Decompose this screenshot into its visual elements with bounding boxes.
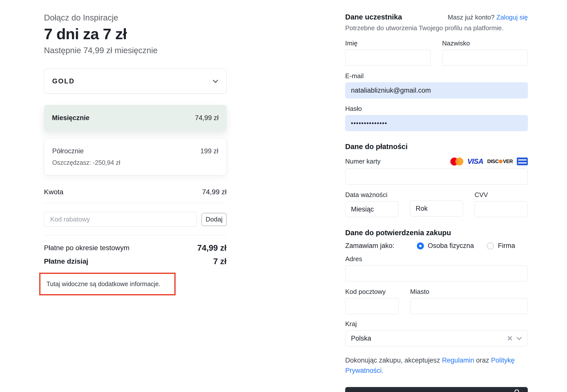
radio-option-label: Firma <box>498 242 515 250</box>
first-name-field: Imię <box>345 39 431 66</box>
amount-value: 74,99 zł <box>202 188 227 196</box>
password-field: Hasło <box>345 105 528 131</box>
plan-tier-select[interactable]: GOLD <box>44 69 227 94</box>
country-select[interactable]: Polska <box>345 330 528 346</box>
plan-option-halfyear[interactable]: Półrocznie 199 zł Oszczędzasz: -250,94 z… <box>44 138 227 175</box>
first-name-label: Imię <box>345 39 431 47</box>
participant-title: Dane uczestnika <box>345 13 402 21</box>
order-as-options: Osoba fizyczna Firma <box>417 242 515 250</box>
last-name-field: Nazwisko <box>442 39 528 66</box>
label-spacer <box>410 191 463 198</box>
confirmation-title: Dane do potwierdzenia zakupu <box>345 229 528 237</box>
card-number-label: Numer karty <box>345 158 381 165</box>
email-label: E-mail <box>345 72 528 80</box>
total-after-trial-label: Płatne po okresie testowym <box>44 244 129 252</box>
city-label: Miasto <box>410 288 528 296</box>
mastercard-icon <box>450 158 463 166</box>
password-label: Hasło <box>345 105 528 113</box>
cvv-label: CVV <box>475 191 528 199</box>
trial-headline: 7 dni za 7 zł <box>44 25 227 43</box>
subscribe-label: Subskrybuj <box>417 391 456 392</box>
terms-text: Dokonując zakupu, akceptujesz Regulamin … <box>345 355 520 376</box>
cvv-input[interactable] <box>475 201 528 217</box>
email-field: E-mail <box>345 72 528 98</box>
radio-option-person[interactable]: Osoba fizyczna <box>417 242 474 250</box>
zip-label: Kod pocztowy <box>345 288 399 296</box>
amount-row: Kwota 74,99 zł <box>44 188 227 196</box>
city-field: Miasto <box>410 288 528 314</box>
chevron-down-icon <box>213 77 218 83</box>
last-name-label: Nazwisko <box>442 39 528 47</box>
renewal-subheadline: Następnie 74,99 zł miesięcznie <box>44 46 227 55</box>
password-input[interactable] <box>345 115 528 131</box>
city-input[interactable] <box>410 298 528 314</box>
checkout-form-panel: Dane uczestnika Masz już konto? Zaloguj … <box>345 0 528 392</box>
divider <box>44 235 227 235</box>
order-as-label: Zamawiam jako: <box>345 242 394 250</box>
expiry-year-field: Rok <box>410 191 463 217</box>
plan-savings: Oszczędzasz: -250,94 zł <box>52 159 218 166</box>
plan-option-monthly[interactable]: Miesięcznie 74,99 zł <box>44 105 227 131</box>
zip-input[interactable] <box>345 298 399 314</box>
amex-icon <box>517 158 528 165</box>
visa-icon: VISA <box>467 157 483 166</box>
radio-checked-icon[interactable] <box>417 242 424 249</box>
extra-info-highlight-box: Tutaj widoczne są dodatkowe informacje. <box>39 273 176 295</box>
add-discount-button[interactable]: Dodaj <box>202 213 227 226</box>
expiry-cvv-row: Data ważności Miesiąc Rok CVV <box>345 191 528 217</box>
card-number-row: Numer karty VISA DISC VER <box>345 157 528 166</box>
payment-title: Dane do płatności <box>345 143 528 151</box>
order-summary-panel: Dołącz do Inspiracje 7 dni za 7 zł Nastę… <box>44 0 227 295</box>
plan-price: 74,99 zł <box>195 114 219 122</box>
amount-label: Kwota <box>44 188 63 196</box>
discover-icon: DISC VER <box>487 159 513 164</box>
discover-dot-icon <box>499 160 503 163</box>
card-number-input[interactable] <box>345 169 528 185</box>
radio-option-label: Osoba fizyczna <box>428 242 474 250</box>
divider <box>44 203 227 203</box>
order-as-row: Zamawiam jako: Osoba fizyczna Firma <box>345 242 528 250</box>
total-after-trial-value: 74,99 zł <box>197 243 227 253</box>
plan-price: 199 zł <box>200 147 218 155</box>
expiry-month-select[interactable]: Miesiąc <box>345 201 398 217</box>
expiry-label: Data ważności <box>345 191 398 199</box>
total-after-trial-row: Płatne po okresie testowym 74,99 zł <box>44 243 227 253</box>
address-input[interactable] <box>345 265 528 281</box>
plan-name: Miesięcznie <box>52 114 89 122</box>
clear-icon[interactable] <box>507 334 513 343</box>
expiry-year-select[interactable]: Rok <box>410 200 463 216</box>
chevron-down-icon <box>517 335 522 340</box>
participant-subtitle: Potrzebne do utworzenia Twojego profilu … <box>345 24 528 32</box>
join-eyebrow: Dołącz do Inspiracje <box>44 13 227 22</box>
terms-link[interactable]: Regulamin <box>442 357 474 364</box>
radio-option-company[interactable]: Firma <box>487 242 515 250</box>
zip-field: Kod pocztowy <box>345 288 399 314</box>
discount-code-input[interactable] <box>44 212 197 227</box>
last-name-input[interactable] <box>442 50 528 66</box>
address-label: Adres <box>345 255 528 263</box>
zip-city-row: Kod pocztowy Miasto <box>345 288 528 314</box>
expiry-month-field: Data ważności Miesiąc <box>345 191 398 217</box>
discount-code-row: Dodaj <box>44 212 227 227</box>
country-value: Polska <box>351 335 507 342</box>
plan-name: Półrocznie <box>52 147 84 155</box>
participant-header: Dane uczestnika Masz już konto? Zaloguj … <box>345 13 528 21</box>
login-link[interactable]: Zaloguj się <box>496 13 528 21</box>
email-input[interactable] <box>345 82 528 98</box>
cvv-field: CVV <box>475 191 528 217</box>
login-prompt: Masz już konto? Zaloguj się <box>448 13 528 21</box>
first-name-input[interactable] <box>345 50 431 66</box>
country-label: Kraj <box>345 320 528 328</box>
card-brand-icons: VISA DISC VER <box>450 157 528 166</box>
total-today-label: Płatne dzisiaj <box>44 257 88 265</box>
name-fields-row: Imię Nazwisko <box>345 39 528 66</box>
radio-unchecked-icon[interactable] <box>487 242 494 249</box>
subscribe-button[interactable]: Subskrybuj <box>345 387 528 392</box>
total-today-row: Płatne dzisiaj 7 zł <box>44 257 227 266</box>
total-today-value: 7 zł <box>213 257 227 266</box>
plan-tier-value: GOLD <box>52 77 75 85</box>
